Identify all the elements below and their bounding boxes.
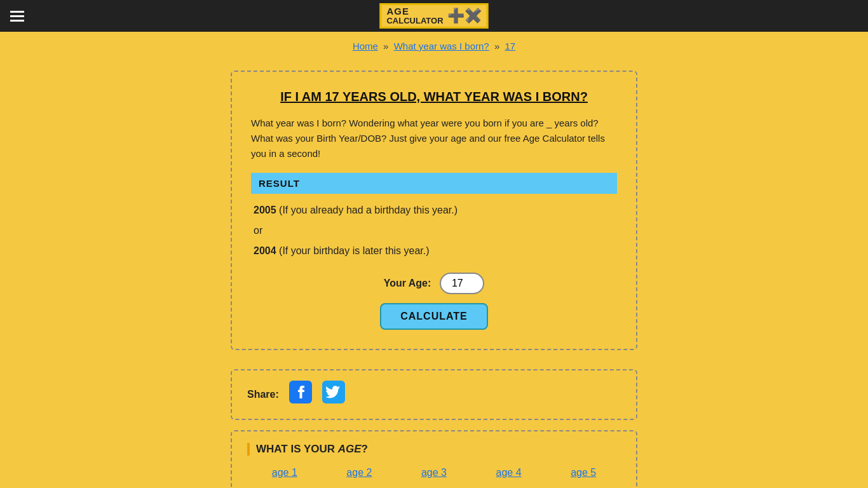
result-or: or bbox=[254, 220, 617, 241]
breadcrumb-home[interactable]: Home bbox=[353, 41, 378, 51]
breadcrumb: Home » What year was I born? » 17 bbox=[0, 32, 868, 51]
result-content: 2005 (If you already had a birthday this… bbox=[251, 200, 617, 261]
share-card: Share: bbox=[231, 369, 637, 420]
breadcrumb-sep2: » bbox=[494, 41, 499, 51]
logo-line2: CALCULATOR bbox=[386, 17, 443, 25]
header: AGE CALCULATOR ➕✖️ bbox=[0, 0, 868, 32]
main-card: IF I AM 17 YEARS OLD, WHAT YEAR WAS I BO… bbox=[231, 71, 637, 350]
age-link-3[interactable]: age 3 bbox=[421, 467, 447, 478]
age-link-5[interactable]: age 5 bbox=[571, 467, 596, 478]
main-title: IF I AM 17 YEARS OLD, WHAT YEAR WAS I BO… bbox=[251, 90, 617, 104]
logo-text: AGE CALCULATOR bbox=[386, 6, 443, 26]
age-card-title: WHAT IS YOUR AGE? bbox=[247, 443, 621, 456]
result-year2-note: (If your birthday is later this year.) bbox=[279, 245, 430, 256]
age-input-row: Your Age: bbox=[251, 273, 617, 294]
breadcrumb-page[interactable]: What year was I born? bbox=[394, 41, 489, 51]
breadcrumb-sep1: » bbox=[383, 41, 388, 51]
age-card-title-prefix: WHAT IS YOUR bbox=[256, 443, 338, 455]
result-year1: 2005 bbox=[254, 205, 276, 215]
hamburger-menu[interactable] bbox=[6, 7, 28, 25]
age-card-title-italic: AGE bbox=[338, 443, 362, 455]
age-link-2[interactable]: age 2 bbox=[346, 467, 372, 478]
site-logo[interactable]: AGE CALCULATOR ➕✖️ bbox=[379, 3, 488, 29]
age-link-1[interactable]: age 1 bbox=[272, 467, 297, 478]
calculator-icon: ➕✖️ bbox=[447, 8, 482, 24]
logo-container: AGE CALCULATOR ➕✖️ bbox=[379, 3, 488, 29]
share-label: Share: bbox=[247, 389, 279, 400]
facebook-share-button[interactable] bbox=[289, 381, 312, 409]
breadcrumb-current[interactable]: 17 bbox=[505, 41, 515, 51]
result-bar: RESULT bbox=[251, 173, 617, 194]
age-links: age 1 age 2 age 3 age 4 age 5 bbox=[247, 467, 621, 478]
calculate-button[interactable]: CALCULATE bbox=[380, 303, 488, 330]
twitter-share-button[interactable] bbox=[322, 381, 345, 409]
age-input[interactable] bbox=[440, 273, 484, 294]
result-year2-row: 2004 (If your birthday is later this yea… bbox=[254, 241, 617, 261]
age-card-title-suffix: ? bbox=[362, 443, 368, 455]
age-section-card: WHAT IS YOUR AGE? age 1 age 2 age 3 age … bbox=[231, 430, 637, 488]
description: What year was I born? Wondering what yea… bbox=[251, 116, 617, 161]
result-year1-row: 2005 (If you already had a birthday this… bbox=[254, 200, 617, 220]
result-year2: 2004 bbox=[254, 245, 276, 256]
age-label: Your Age: bbox=[384, 278, 431, 289]
result-year1-note-text: (If you already had a birthday this year… bbox=[279, 205, 458, 215]
age-link-4[interactable]: age 4 bbox=[496, 467, 522, 478]
logo-line1: AGE bbox=[386, 6, 443, 17]
